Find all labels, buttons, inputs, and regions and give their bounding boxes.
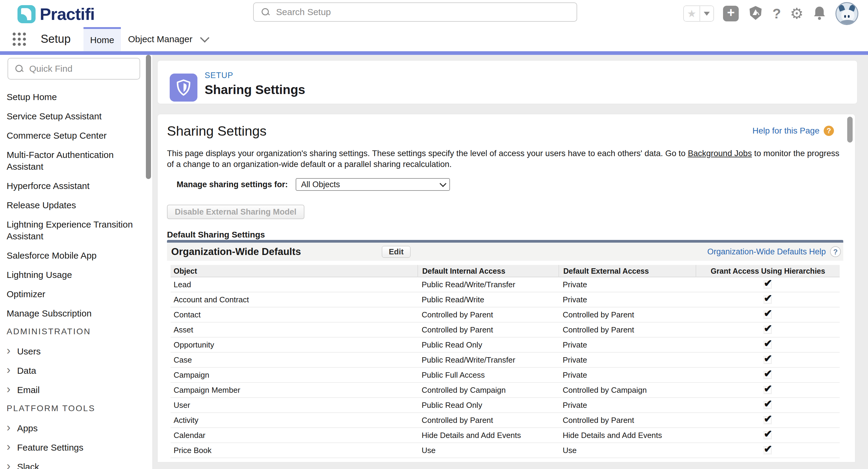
screen: Practifi Search Setup ★ + ? ⚙	[0, 0, 868, 469]
help-orange-icon[interactable]: ?	[824, 126, 834, 136]
sidebar-item-setup-home[interactable]: Setup Home	[7, 91, 142, 103]
help-for-this-page: Help for this Page ?	[752, 126, 834, 136]
sidebar-item-lightning-usage[interactable]: Lightning Usage	[7, 269, 142, 281]
chevron-right-icon: ›	[7, 462, 10, 469]
tab-home[interactable]: Home	[84, 27, 121, 51]
cell-object: User	[170, 401, 417, 410]
cell-object: Price Book	[170, 446, 417, 455]
cell-default-internal-access: Public Read Only	[417, 340, 558, 350]
favorites-star-icon[interactable]: ★	[684, 6, 700, 21]
cell-default-external-access: Private	[558, 355, 695, 365]
sidebar-group-users[interactable]: ›Users	[7, 346, 142, 357]
help-icon[interactable]: ?	[772, 5, 781, 22]
cell-default-internal-access: Public Read/Write	[417, 295, 558, 305]
notifications-bell-icon[interactable]	[812, 5, 827, 22]
sidebar-item-salesforce-mobile-app[interactable]: Salesforce Mobile App	[7, 250, 142, 261]
global-header: Practifi Search Setup ★ + ? ⚙	[0, 0, 868, 27]
quick-find-placeholder: Quick Find	[29, 64, 72, 74]
sidebar-group-apps[interactable]: ›Apps	[7, 423, 142, 434]
cell-default-internal-access: Use	[417, 446, 558, 455]
section-title: Organization-Wide Defaults	[171, 246, 301, 257]
cell-default-internal-access: Controlled by Parent	[417, 416, 558, 425]
user-avatar[interactable]	[835, 2, 858, 25]
cell-grant-access-hierarchies: ✔	[695, 296, 840, 304]
tab-object-manager-label: Object Manager	[128, 34, 192, 44]
content-scrollbar[interactable]	[847, 117, 852, 143]
background-jobs-link[interactable]: Background Jobs	[688, 149, 752, 158]
guidance-center-icon[interactable]	[748, 5, 764, 22]
sidebar-item-hyperforce-assistant[interactable]: Hyperforce Assistant	[7, 180, 142, 192]
chevron-right-icon: ›	[7, 346, 10, 355]
checked-checkbox-icon: ✔	[764, 326, 772, 334]
setup-app-label: Setup	[41, 33, 70, 45]
chevron-down-icon	[200, 33, 210, 42]
table-body: LeadPublic Read/Write/TransferPrivate✔Ac…	[170, 277, 840, 458]
help-for-this-page-link[interactable]: Help for this Page	[752, 126, 819, 136]
sidebar-group-label: Slack	[17, 462, 39, 469]
sidebar-item-release-updates[interactable]: Release Updates	[7, 199, 142, 211]
table-row: ActivityControlled by ParentControlled b…	[170, 413, 840, 428]
col-header-hierarchies: Grant Access Using Hierarchies	[695, 265, 840, 277]
cell-default-internal-access: Public Read/Write/Transfer	[417, 280, 558, 289]
sidebar-group-email[interactable]: ›Email	[7, 384, 142, 396]
manage-sharing-label: Manage sharing settings for:	[177, 180, 288, 189]
sidebar-group-data[interactable]: ›Data	[7, 365, 142, 376]
page-header-card: SETUP Sharing Settings	[157, 60, 858, 104]
setup-gear-icon[interactable]: ⚙	[790, 5, 804, 22]
cell-default-internal-access: Controlled by Parent	[417, 310, 558, 319]
content-card: Sharing Settings Help for this Page ? Th…	[157, 114, 855, 462]
sidebar-group-feature-settings[interactable]: ›Feature Settings	[7, 442, 142, 453]
quick-create-plus-icon[interactable]: +	[723, 6, 739, 22]
sidebar-nav-list: Setup HomeService Setup AssistantCommerc…	[7, 91, 142, 469]
chevron-right-icon: ›	[7, 442, 10, 451]
table-header-row: Object Default Internal Access Default E…	[170, 265, 840, 277]
practifi-logo[interactable]: Practifi	[18, 4, 95, 24]
quick-find-input[interactable]: Quick Find	[7, 58, 140, 80]
disable-external-sharing-button[interactable]: Disable External Sharing Model	[167, 205, 304, 219]
sidebar-group-slack[interactable]: ›Slack	[7, 461, 142, 469]
cell-grant-access-hierarchies: ✔	[695, 356, 840, 364]
cell-object: Opportunity	[170, 340, 417, 350]
organization-wide-defaults-section: Organization-Wide Defaults Edit Organiza…	[167, 240, 843, 458]
practifi-logo-icon	[18, 5, 36, 23]
owd-help: Organization-Wide Defaults Help ?	[707, 243, 841, 261]
search-placeholder: Search Setup	[276, 7, 331, 17]
sidebar-item-multi-factor-authentication-assistant[interactable]: Multi-Factor Authentication Assistant	[7, 149, 142, 173]
chevron-right-icon: ›	[7, 365, 10, 374]
manage-sharing-select[interactable]: All Objects	[296, 178, 450, 191]
manage-sharing-row: Manage sharing settings for: All Objects	[177, 178, 450, 191]
cell-default-internal-access: Hide Details and Add Events	[417, 431, 558, 440]
sidebar-item-optimizer[interactable]: Optimizer	[7, 288, 142, 300]
cell-default-external-access: Private	[558, 340, 695, 350]
col-header-object: Object	[170, 265, 417, 277]
sharing-settings-shield-icon	[170, 73, 197, 101]
cell-grant-access-hierarchies: ✔	[695, 281, 840, 288]
favorites-dropdown-icon[interactable]	[700, 6, 713, 21]
table-row: UserPublic Read OnlyPrivate✔	[170, 398, 840, 413]
tab-object-manager[interactable]: Object Manager	[128, 27, 207, 51]
table-row: Campaign MemberControlled by CampaignCon…	[170, 383, 840, 398]
sidebar-item-lightning-experience-transition-assistant[interactable]: Lightning Experience Transition Assistan…	[7, 219, 142, 242]
sidebar-item-commerce-setup-center[interactable]: Commerce Setup Center	[7, 130, 142, 142]
sidebar-item-service-setup-assistant[interactable]: Service Setup Assistant	[7, 110, 142, 122]
cell-grant-access-hierarchies: ✔	[695, 341, 840, 349]
app-launcher-icon[interactable]	[13, 33, 26, 46]
owd-help-icon[interactable]: ?	[830, 246, 841, 257]
intro-paragraph: This page displays your organization's s…	[167, 148, 842, 170]
col-header-external: Default External Access	[558, 265, 695, 277]
intro-pre: This page displays your organization's s…	[167, 149, 688, 158]
search-icon	[16, 65, 23, 73]
cell-default-internal-access: Public Full Access	[417, 370, 558, 380]
sidebar-scrollbar[interactable]	[146, 55, 151, 179]
page-eyebrow: SETUP	[205, 71, 305, 80]
col-header-internal: Default Internal Access	[417, 265, 558, 277]
search-setup-input[interactable]: Search Setup	[253, 2, 577, 22]
table-row: CasePublic Read/Write/TransferPrivate✔	[170, 353, 840, 368]
cell-object: Activity	[170, 416, 417, 425]
owd-help-link[interactable]: Organization-Wide Defaults Help	[707, 247, 826, 256]
cell-default-external-access: Controlled by Campaign	[558, 385, 695, 395]
sidebar-item-manage-subscription[interactable]: Manage Subscription	[7, 307, 142, 319]
cell-grant-access-hierarchies: ✔	[695, 326, 840, 334]
checked-checkbox-icon: ✔	[764, 386, 772, 394]
edit-button[interactable]: Edit	[382, 246, 410, 258]
